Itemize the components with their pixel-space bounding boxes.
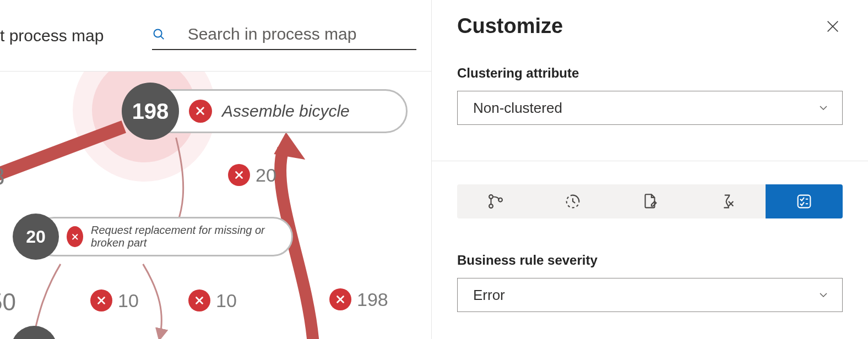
breadcrumb: t process map [0, 26, 104, 45]
branch-icon [486, 192, 505, 211]
panel-divider [432, 161, 868, 161]
process-map-canvas[interactable]: 198 Assemble bicycle 20 Request replacem… [0, 72, 431, 339]
edge-count: 8 [0, 163, 4, 190]
edge-count-value: 10 [216, 290, 237, 311]
severity-value: Error [473, 287, 505, 304]
edge-count: 50 [0, 288, 16, 316]
error-icon [67, 226, 83, 247]
edge-error-count: 20 [228, 164, 276, 186]
edge-count-value: 10 [118, 290, 139, 311]
clock-icon [563, 192, 582, 211]
edge-error-count: 10 [188, 289, 237, 311]
node-count-badge [11, 326, 57, 339]
search-input[interactable] [188, 25, 417, 43]
panel-title: Customize [457, 14, 563, 38]
process-map-pane: t process map [0, 0, 432, 339]
formula-icon [718, 192, 736, 211]
tab-document[interactable] [611, 184, 688, 218]
tab-branch[interactable] [457, 184, 534, 218]
edge-count-value: 20 [256, 165, 276, 186]
search-icon [152, 26, 165, 42]
clustering-select[interactable]: Non-clustered [457, 91, 843, 125]
node-label: Assemble bicycle [222, 102, 350, 121]
svg-point-16 [489, 195, 493, 199]
node-count-badge: 20 [13, 214, 59, 260]
tab-rules[interactable] [766, 184, 843, 218]
error-icon [228, 164, 250, 186]
edge-error-count: 10 [90, 289, 139, 311]
svg-line-1 [161, 36, 164, 39]
document-edit-icon [641, 192, 659, 211]
node-label: Request replacement for missing or broke… [91, 224, 275, 249]
error-icon [189, 100, 212, 123]
error-icon [188, 289, 210, 311]
severity-label: Business rule severity [457, 253, 843, 268]
node-count-badge: 198 [122, 83, 179, 140]
svg-rect-21 [798, 195, 811, 208]
search-field[interactable] [152, 21, 416, 50]
activity-node-assemble[interactable]: 198 Assemble bicycle [149, 89, 408, 133]
tab-formula[interactable] [688, 184, 766, 218]
svg-point-17 [489, 204, 493, 208]
edge-count-value: 198 [357, 289, 388, 310]
view-tabs [457, 184, 843, 218]
edge-error-count: 198 [329, 288, 388, 310]
rules-icon [795, 192, 813, 211]
chevron-down-icon [817, 288, 830, 302]
error-icon [90, 289, 112, 311]
edge-count-value: 50 [0, 288, 16, 316]
close-button[interactable] [823, 17, 843, 36]
chevron-down-icon [817, 101, 830, 114]
edge-count-value: 8 [0, 163, 4, 190]
severity-select[interactable]: Error [457, 278, 843, 312]
tab-time[interactable] [534, 184, 611, 218]
activity-node-request-part[interactable]: 20 Request replacement for missing or br… [34, 217, 293, 256]
clustering-label: Clustering attribute [457, 65, 843, 81]
svg-point-0 [154, 29, 162, 37]
customize-panel: Customize Clustering attribute Non-clust… [432, 0, 868, 339]
clustering-value: Non-clustered [473, 100, 562, 117]
process-map-header: t process map [0, 0, 431, 72]
error-icon [329, 288, 351, 310]
close-icon [825, 19, 840, 34]
